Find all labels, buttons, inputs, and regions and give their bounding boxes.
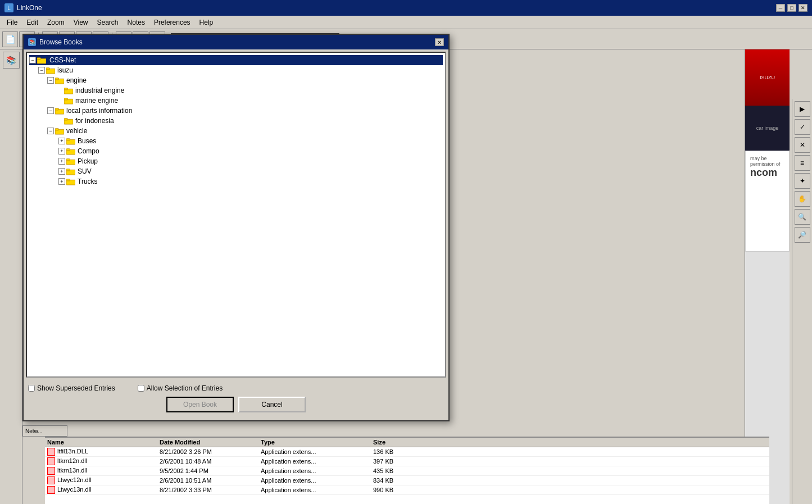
tree-label-buses: Buses: [76, 137, 97, 145]
tree-item-pickup[interactable]: + Pickup: [29, 156, 443, 166]
tree-item-vehicle[interactable]: − vehicle: [29, 126, 443, 136]
tree-expand-suv[interactable]: +: [58, 168, 65, 175]
logo-text: ncom: [750, 167, 784, 179]
tree-label-suv: SUV: [76, 167, 93, 175]
tree-item-compo[interactable]: + Compo: [29, 146, 443, 156]
svg-rect-19: [66, 148, 70, 150]
tree-item-local-parts[interactable]: − local parts information: [29, 106, 443, 116]
menu-view[interactable]: View: [69, 17, 93, 28]
copyright-text: may be: [750, 156, 784, 161]
tree-item-isuzu[interactable]: − isuzu: [29, 65, 443, 75]
dialog-close-button[interactable]: ✕: [435, 38, 444, 46]
tree-item-buses[interactable]: + Buses: [29, 136, 443, 146]
tree-expand-cssnet[interactable]: −: [29, 57, 36, 63]
tree-expand-compo[interactable]: +: [58, 148, 65, 155]
folder-icon-vehicle: [55, 128, 64, 134]
image-panel: ISUZU car image may be permission of nco…: [745, 49, 790, 504]
right-hand-button[interactable]: ✋: [795, 191, 810, 207]
file-row[interactable]: Ltwyc12n.dll 2/6/2001 10:51 AM Applicati…: [45, 476, 769, 485]
menu-zoom[interactable]: Zoom: [43, 17, 69, 28]
menu-help[interactable]: Help: [195, 17, 218, 28]
folder-icon-suv: [66, 168, 75, 175]
tree-item-suv[interactable]: + SUV: [29, 166, 443, 176]
minimize-button[interactable]: ─: [776, 4, 785, 12]
tree-expand-local-parts[interactable]: −: [47, 107, 54, 114]
folder-icon-pickup: [66, 158, 75, 165]
right-search-button[interactable]: 🔍: [795, 209, 810, 225]
svg-rect-11: [55, 108, 58, 110]
col-date: Date Modified: [160, 439, 261, 446]
tree-expand-isuzu[interactable]: −: [38, 67, 45, 74]
tree-label-isuzu: isuzu: [56, 66, 74, 74]
menu-edit[interactable]: Edit: [22, 17, 43, 28]
svg-rect-7: [64, 88, 67, 89]
tree-item-engine[interactable]: − engine: [29, 75, 443, 85]
tree-item-for-indonesia[interactable]: for indonesia: [29, 116, 443, 126]
file-row[interactable]: ltfil13n.DLL 8/21/2002 3:26 PM Applicati…: [45, 447, 769, 457]
folder-icon-buses: [66, 138, 75, 144]
right-x-button[interactable]: ✕: [795, 137, 810, 153]
tree-item-marine-engine[interactable]: marine engine: [29, 96, 443, 106]
folder-icon-marine-engine: [64, 97, 73, 104]
tree-label-vehicle: vehicle: [65, 127, 88, 135]
show-superseded-checkbox[interactable]: [28, 385, 35, 392]
folder-icon-for-indonesia: [64, 117, 73, 124]
file-row[interactable]: ltkrn12n.dll 2/6/2001 10:48 AM Applicati…: [45, 457, 769, 466]
tree-expand-trucks[interactable]: +: [58, 178, 65, 185]
cancel-button[interactable]: Cancel: [238, 397, 306, 412]
permission-text: permission of: [750, 161, 784, 167]
close-button[interactable]: ✕: [799, 4, 808, 12]
tree-label-industrial-engine: industrial engine: [74, 87, 125, 94]
tree-expand-pickup[interactable]: +: [58, 158, 65, 165]
file-row[interactable]: Ltwyc13n.dll 8/21/2002 3:33 PM Applicati…: [45, 485, 769, 495]
folder-icon-compo: [66, 148, 75, 155]
right-play-button[interactable]: ▶: [795, 101, 810, 117]
open-book-button[interactable]: Open Book: [166, 397, 234, 412]
menu-file[interactable]: File: [2, 17, 22, 28]
svg-rect-5: [55, 78, 58, 79]
tree-item-trucks[interactable]: + Trucks: [29, 176, 443, 187]
tree-expand-vehicle[interactable]: −: [47, 128, 54, 134]
svg-rect-17: [66, 138, 70, 140]
dialog-bottom: Show Superseded Entries Allow Selection …: [24, 380, 448, 425]
right-check-button[interactable]: ✓: [795, 119, 810, 135]
svg-rect-9: [64, 98, 67, 99]
tree-expand-buses[interactable]: +: [58, 138, 65, 144]
svg-rect-3: [46, 67, 49, 69]
menu-preferences[interactable]: Preferences: [149, 17, 195, 28]
right-star-button[interactable]: ✦: [795, 173, 810, 189]
image-red-block: ISUZU: [745, 49, 790, 106]
folder-icon-local-parts: [55, 107, 64, 114]
col-size: Size: [373, 439, 418, 446]
svg-rect-15: [55, 128, 58, 130]
image-white-block: may be permission of ncom: [745, 151, 790, 252]
folder-icon-isuzu: [46, 67, 55, 74]
dialog-buttons: Open Book Cancel: [28, 397, 444, 412]
file-list-header: Name Date Modified Type Size: [45, 438, 769, 447]
svg-rect-21: [66, 158, 70, 160]
allow-selection-checkbox[interactable]: [138, 385, 144, 392]
folder-icon-trucks: [66, 178, 75, 185]
sidebar-button-1[interactable]: 📚: [3, 52, 20, 69]
menu-search[interactable]: Search: [93, 17, 123, 28]
menu-bar: File Edit Zoom View Search Notes Prefere…: [0, 16, 812, 29]
right-list-button[interactable]: ≡: [795, 155, 810, 171]
tree-label-engine: engine: [65, 76, 88, 84]
right-zoom-button[interactable]: 🔎: [795, 227, 810, 243]
dialog-title-bar: 📚 Browse Books ✕: [24, 35, 448, 49]
toolbar-open-button[interactable]: 📄: [2, 31, 18, 47]
menu-notes[interactable]: Notes: [123, 17, 149, 28]
app-icon: L: [4, 3, 13, 12]
tree-expand-engine[interactable]: −: [47, 77, 54, 84]
file-row[interactable]: ltkrn13n.dll 9/5/2002 1:44 PM Applicatio…: [45, 466, 769, 476]
dialog-icon: 📚: [28, 38, 36, 46]
tree-item-cssnet[interactable]: − CSS-Net: [29, 55, 443, 65]
tree-label-marine-engine: marine engine: [74, 97, 119, 105]
right-toolbar: ▶ ✓ ✕ ≡ ✦ ✋ 🔍 🔎: [792, 99, 812, 504]
tree-item-industrial-engine[interactable]: industrial engine: [29, 85, 443, 96]
tree-label-trucks: Trucks: [76, 178, 99, 185]
maximize-button[interactable]: □: [787, 4, 796, 12]
tree-label-pickup: Pickup: [76, 157, 99, 165]
left-sidebar: 📚: [0, 49, 22, 504]
dialog-tree-body[interactable]: − CSS-Net − isuzu: [26, 52, 446, 378]
